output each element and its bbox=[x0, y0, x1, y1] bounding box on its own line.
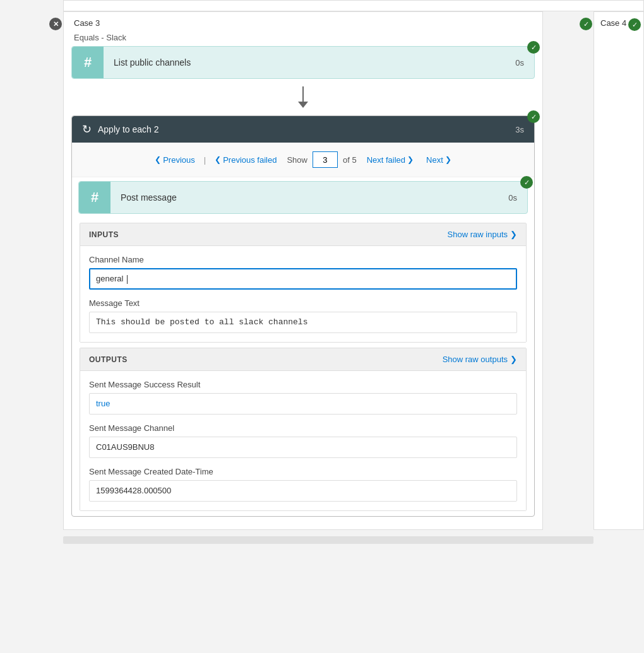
page-input[interactable] bbox=[313, 151, 338, 168]
channel-field: Sent Message Channel C01AUS9BNU8 bbox=[89, 423, 517, 458]
equals-label: Equals - Slack bbox=[64, 32, 542, 46]
message-text-value: This should be posted to all slack chann… bbox=[89, 312, 517, 333]
success-result-value: true bbox=[89, 393, 517, 415]
chevron-right-raw-outputs: ❯ bbox=[510, 355, 517, 364]
channel-name-label: Channel Name bbox=[89, 255, 517, 264]
scrollbar[interactable] bbox=[63, 536, 593, 544]
next-button[interactable]: Next ❯ bbox=[421, 153, 456, 167]
success-result-field: Sent Message Success Result true bbox=[89, 380, 517, 415]
apply-block-title: Apply to each 2 bbox=[98, 124, 515, 134]
chevron-right-next-failed: ❯ bbox=[407, 155, 414, 164]
case4-check: ✓ bbox=[628, 18, 641, 31]
loop-icon: ↻ bbox=[82, 122, 92, 136]
outputs-title: OUTPUTS bbox=[89, 355, 128, 364]
case4-label: Case 4 bbox=[600, 18, 626, 28]
message-text-field: Message Text This should be posted to al… bbox=[89, 298, 517, 333]
previous-button[interactable]: ❮ Previous bbox=[150, 153, 200, 167]
x-icon: ✕ bbox=[49, 18, 62, 30]
apply-each-block: ✓ ↻ Apply to each 2 3s ❮ Previous bbox=[71, 115, 535, 517]
post-message-icon: # bbox=[79, 182, 110, 213]
post-message-label: Post message bbox=[110, 184, 498, 211]
apply-block-header: ↻ Apply to each 2 3s bbox=[72, 116, 534, 143]
of-label: of 5 bbox=[343, 155, 357, 165]
next-failed-button[interactable]: Next failed ❯ bbox=[362, 153, 419, 167]
channel-name-value: general bbox=[89, 268, 517, 290]
list-channels-label: List public channels bbox=[104, 49, 505, 76]
case3-check-badge: ✓ bbox=[580, 18, 592, 30]
datetime-label: Sent Message Created Date-Time bbox=[89, 467, 517, 476]
outputs-body: Sent Message Success Result true Sent Me… bbox=[80, 371, 526, 510]
inputs-section: INPUTS Show raw inputs ❯ Channel Name bbox=[80, 223, 527, 343]
previous-failed-button[interactable]: ❮ Previous failed bbox=[210, 153, 282, 167]
datetime-value: 1599364428.000500 bbox=[89, 480, 517, 502]
show-label: Show bbox=[287, 155, 307, 165]
text-cursor bbox=[127, 275, 128, 284]
message-text-label: Message Text bbox=[89, 298, 517, 308]
inputs-title: INPUTS bbox=[89, 230, 119, 239]
outputs-section-header: OUTPUTS Show raw outputs ❯ bbox=[80, 348, 526, 371]
list-channels-icon: # bbox=[72, 47, 104, 78]
show-raw-inputs-button[interactable]: Show raw inputs ❯ bbox=[448, 230, 517, 239]
pagination-row: ❮ Previous | ❮ Previous failed Show of 5… bbox=[72, 143, 534, 177]
page-wrapper: ✕ ✓ Case 3 Equals - Slack # bbox=[0, 0, 644, 653]
chevron-right-next: ❯ bbox=[445, 155, 451, 164]
success-result-label: Sent Message Success Result bbox=[89, 380, 517, 389]
channel-value: C01AUS9BNU8 bbox=[89, 437, 517, 458]
arrow-down bbox=[73, 79, 533, 115]
list-channels-check: ✓ bbox=[527, 41, 540, 54]
chevron-right-raw-inputs: ❯ bbox=[510, 230, 517, 239]
apply-each-check: ✓ bbox=[527, 110, 540, 123]
check-icon-post: ✓ bbox=[520, 176, 533, 189]
post-message-wrapper: # Post message 0s ✓ bbox=[72, 177, 534, 218]
check-icon-case3: ✓ bbox=[580, 18, 592, 30]
case4-panel: ✓ Case 4 bbox=[593, 11, 644, 530]
check-icon-list: ✓ bbox=[527, 41, 540, 54]
inputs-section-header: INPUTS Show raw inputs ❯ bbox=[80, 223, 526, 246]
show-raw-outputs-button[interactable]: Show raw outputs ❯ bbox=[443, 355, 517, 364]
case3-label: Case 3 bbox=[74, 18, 100, 28]
case-x-badge: ✕ bbox=[49, 18, 62, 30]
post-message-check: ✓ bbox=[520, 176, 533, 189]
check-icon-case4: ✓ bbox=[628, 18, 641, 31]
channel-name-field: Channel Name general bbox=[89, 255, 517, 290]
datetime-field: Sent Message Created Date-Time 159936442… bbox=[89, 467, 517, 502]
chevron-left-prev: ❮ bbox=[155, 155, 161, 164]
outputs-section: OUTPUTS Show raw outputs ❯ Sent Message … bbox=[80, 348, 527, 511]
list-channels-block: # List public channels 0s ✓ bbox=[71, 46, 535, 79]
chevron-left-prev-failed: ❮ bbox=[215, 155, 221, 164]
apply-block-time: 3s bbox=[515, 125, 524, 134]
case3-header: Case 3 bbox=[64, 12, 542, 32]
inputs-body: Channel Name general Message Text This s… bbox=[80, 246, 526, 342]
channel-label: Sent Message Channel bbox=[89, 423, 517, 433]
check-icon-apply: ✓ bbox=[527, 110, 540, 123]
